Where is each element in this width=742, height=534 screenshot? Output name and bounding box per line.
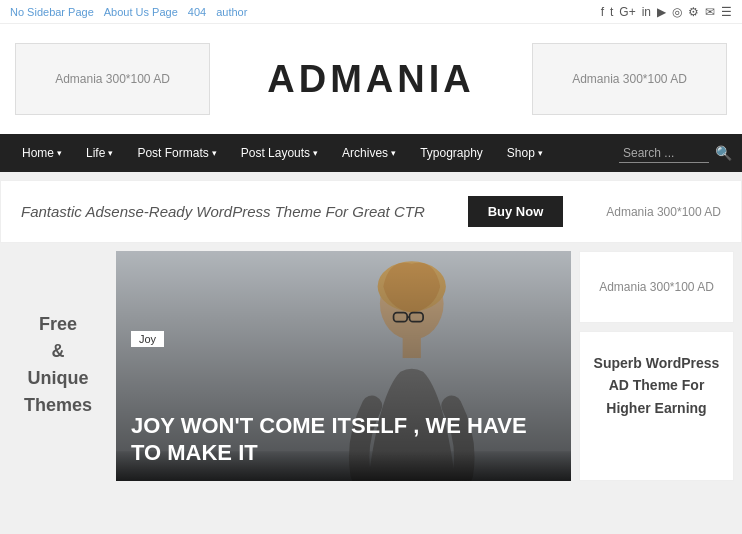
nav-no-sidebar[interactable]: No Sidebar Page [10,6,94,18]
twitter-icon[interactable]: t [610,5,613,19]
header-ad-right: Admania 300*100 AD [532,43,727,115]
featured-overlay: JOY WON'T COME ITSELF , WE HAVE TO MAKE … [116,451,571,481]
nav-archives[interactable]: Archives ▾ [330,134,408,172]
email-icon[interactable]: ✉ [705,5,715,19]
main-nav: Home ▾ Life ▾ Post Formats ▾ Post Layout… [0,134,742,172]
archives-dropdown-arrow: ▾ [391,148,396,158]
feed-icon[interactable]: ◎ [672,5,682,19]
youtube-icon[interactable]: ▶ [657,5,666,19]
post-layouts-dropdown-arrow: ▾ [313,148,318,158]
nav-items: Home ▾ Life ▾ Post Formats ▾ Post Layout… [10,134,619,172]
ad-banner: Fantastic Adsense-Ready WordPress Theme … [0,180,742,243]
left-sidebar-text: Free&UniqueThemes [24,311,92,419]
site-header: Admania 300*100 AD ADMANIA Admania 300*1… [0,24,742,134]
search-input[interactable] [619,144,709,163]
nav-about[interactable]: About Us Page [104,6,178,18]
top-bar-nav: No Sidebar Page About Us Page 404 author [10,6,247,18]
settings-icon[interactable]: ⚙ [688,5,699,19]
linkedin-icon[interactable]: in [642,5,651,19]
search-icon[interactable]: 🔍 [715,145,732,161]
center-content: Joy JOY WON'T COME ITSELF , WE HAVE TO M… [116,251,571,481]
nav-home[interactable]: Home ▾ [10,134,74,172]
nav-shop[interactable]: Shop ▾ [495,134,555,172]
social-icons: f t G+ in ▶ ◎ ⚙ ✉ ☰ [601,5,732,19]
post-formats-dropdown-arrow: ▾ [212,148,217,158]
featured-post-card[interactable]: Joy JOY WON'T COME ITSELF , WE HAVE TO M… [116,251,571,481]
featured-title: JOY WON'T COME ITSELF , WE HAVE TO MAKE … [131,413,556,466]
top-bar: No Sidebar Page About Us Page 404 author… [0,0,742,24]
shop-dropdown-arrow: ▾ [538,148,543,158]
nav-404[interactable]: 404 [188,6,206,18]
life-dropdown-arrow: ▾ [108,148,113,158]
left-sidebar: Free&UniqueThemes [8,251,108,481]
nav-post-formats[interactable]: Post Formats ▾ [125,134,228,172]
main-content: Free&UniqueThemes [0,251,742,481]
right-sidebar: Admania 300*100 AD Superb WordPress AD T… [579,251,734,481]
ad-banner-right: Admania 300*100 AD [606,205,721,219]
home-dropdown-arrow: ▾ [57,148,62,158]
nav-post-layouts[interactable]: Post Layouts ▾ [229,134,330,172]
category-badge[interactable]: Joy [131,331,164,347]
ad-banner-text: Fantastic Adsense-Ready WordPress Theme … [21,203,425,220]
site-logo: ADMANIA [267,58,474,101]
buy-now-button[interactable]: Buy Now [468,196,564,227]
right-sidebar-ad: Admania 300*100 AD [579,251,734,323]
right-sidebar-promo: Superb WordPress AD Theme For Higher Ear… [579,331,734,481]
facebook-icon[interactable]: f [601,5,604,19]
nav-typography[interactable]: Typography [408,134,495,172]
header-ad-left: Admania 300*100 AD [15,43,210,115]
nav-search: 🔍 [619,144,732,163]
rss-icon[interactable]: ☰ [721,5,732,19]
nav-author[interactable]: author [216,6,247,18]
nav-life[interactable]: Life ▾ [74,134,125,172]
google-plus-icon[interactable]: G+ [619,5,635,19]
